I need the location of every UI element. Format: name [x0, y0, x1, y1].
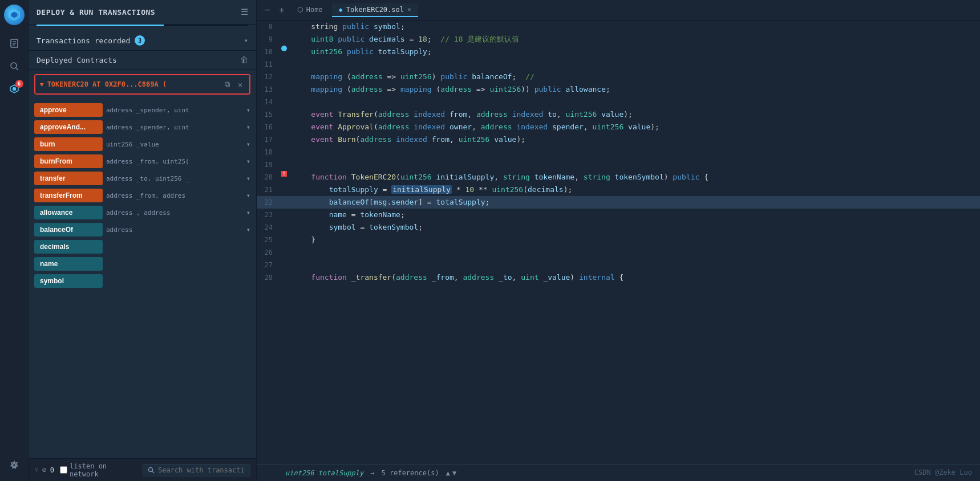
type-hint: uint256 totalSupply	[285, 469, 363, 477]
balanceof-expand[interactable]: ▾	[246, 226, 250, 234]
search-icon[interactable]	[5, 57, 23, 75]
svg-point-6	[11, 63, 17, 68]
attribution: CSDN @Zeke Luo	[914, 468, 972, 476]
listen-checkbox[interactable]: listen on network	[60, 462, 137, 478]
code-lines: 8 string public symbol; 9 uint8 public d…	[257, 21, 980, 284]
burnfrom-expand[interactable]: ▾	[246, 157, 250, 165]
balanceof-button[interactable]: balanceOf	[34, 223, 103, 237]
files-icon[interactable]	[5, 34, 23, 52]
burn-button[interactable]: burn	[34, 137, 103, 151]
transaction-count: 0	[50, 466, 54, 474]
approve-button[interactable]: approve	[34, 103, 103, 117]
code-line-8: 8 string public symbol;	[257, 21, 980, 33]
svg-line-7	[16, 68, 18, 70]
svg-marker-1	[11, 11, 18, 18]
sol-tab-close[interactable]: ✕	[407, 6, 411, 13]
contract-chevron[interactable]: ▼	[40, 81, 44, 88]
code-line-15: 15 event Transfer(address indexed from, …	[257, 108, 980, 121]
code-line-28: 28 function _transfer(address _from, add…	[257, 271, 980, 284]
search-bar-icon	[148, 467, 155, 474]
transactions-recorded-row[interactable]: Transactions recorded 3 ▾	[29, 31, 256, 50]
transfer-button[interactable]: transfer	[34, 172, 103, 185]
approveand-expand[interactable]: ▾	[246, 123, 250, 131]
approveand-params: address _spender, uint	[106, 124, 243, 131]
name-button[interactable]: name	[34, 257, 103, 271]
nav-up-arrow[interactable]: ▲	[446, 469, 450, 477]
code-line-19: 19	[257, 158, 980, 171]
menu-icon[interactable]: ☰	[241, 7, 248, 17]
balanceof-params: address	[106, 226, 243, 234]
tab-home[interactable]: ⬡ Home	[290, 3, 330, 17]
progress-bar-container	[37, 25, 248, 26]
sol-tab-label: TokenERC20.sol	[346, 6, 404, 14]
sol-tab-icon: ◆	[339, 6, 343, 14]
tab-tokenerc20[interactable]: ◆ TokenERC20.sol ✕	[332, 3, 418, 17]
code-line-11: 11	[257, 58, 980, 71]
code-line-16: 16 event Approval(address indexed owner,…	[257, 121, 980, 133]
nav-down-arrow[interactable]: ▼	[452, 469, 456, 477]
svg-point-9	[13, 464, 15, 467]
functions-area: approve address _spender, uint ▾ approve…	[29, 99, 256, 458]
zoom-in-button[interactable]: +	[276, 4, 287, 17]
deploy-icon[interactable]: 6	[5, 80, 23, 98]
listen-label: listen on network	[70, 462, 137, 478]
listen-checkbox-input[interactable]	[60, 466, 67, 474]
hover-bar: uint256 totalSupply → 5 reference(s) ▲ ▼	[257, 464, 980, 481]
transferfrom-button[interactable]: transferFrom	[34, 189, 103, 202]
svg-line-11	[152, 471, 154, 473]
code-editor[interactable]: 8 string public symbol; 9 uint8 public d…	[257, 21, 980, 464]
decimals-button[interactable]: decimals	[34, 240, 103, 254]
trash-icon[interactable]: 🗑	[240, 55, 248, 64]
approve-params: address _spender, uint	[106, 107, 243, 114]
transactions-chevron: ▾	[244, 36, 248, 44]
search-input[interactable]	[158, 466, 245, 474]
transactions-count-badge: 3	[135, 35, 145, 46]
nav-arrows[interactable]: ▲ ▼	[446, 469, 456, 477]
burn-expand[interactable]: ▾	[246, 140, 250, 148]
symbol-button[interactable]: symbol	[34, 274, 103, 288]
func-row-burnfrom: burnFrom address _from, uint25( ▾	[29, 153, 256, 170]
transfer-expand[interactable]: ▾	[246, 174, 250, 182]
func-row-name: name	[29, 255, 256, 272]
home-tab-label: Home	[306, 6, 323, 14]
allowance-button[interactable]: allowance	[34, 206, 103, 219]
icon-rail: 6	[0, 0, 29, 481]
code-line-12: 12 mapping (address => uint256) public b…	[257, 71, 980, 83]
transferfrom-params: address _from, addres	[106, 192, 243, 199]
deployed-contracts-row[interactable]: Deployed Contracts 🗑	[29, 50, 256, 70]
code-line-25: 25 }	[257, 234, 980, 246]
code-line-9: 9 uint8 public decimals = 18; // 18 是建议的…	[257, 33, 980, 46]
svg-point-8	[13, 88, 15, 91]
burnfrom-button[interactable]: burnFrom	[34, 154, 103, 168]
clock-icon: ⊘	[42, 466, 47, 474]
approveand-button[interactable]: approveAnd...	[34, 120, 103, 134]
transactions-recorded-label: Transactions recorded	[37, 36, 130, 45]
transactions-recorded-left: Transactions recorded 3	[37, 35, 145, 46]
svg-point-10	[149, 467, 153, 471]
code-line-26: 26	[257, 246, 980, 259]
left-panel: DEPLOY & RUN TRANSACTIONS ☰ Transactions…	[29, 0, 257, 481]
app-logo	[4, 5, 25, 25]
code-line-14: 14	[257, 96, 980, 108]
code-line-20: 20 ! function TokenERC20(uint256 initial…	[257, 171, 980, 184]
contract-instance: ▼ TOKENERC20 AT 0X2F0...C869A ( ⧉ ✕	[34, 74, 250, 95]
code-line-13: 13 mapping (address => mapping (address …	[257, 83, 980, 96]
bottom-bar: ⑂ ⊘ 0 listen on network	[29, 458, 256, 481]
func-row-burn: burn uint256 _value ▾	[29, 136, 256, 153]
approve-expand[interactable]: ▾	[246, 106, 250, 114]
code-line-18: 18	[257, 146, 980, 158]
transferfrom-expand[interactable]: ▾	[246, 191, 250, 199]
zoom-out-button[interactable]: −	[261, 4, 273, 17]
func-row-allowance: allowance address , address ▾	[29, 204, 256, 221]
func-row-transferfrom: transferFrom address _from, addres ▾	[29, 187, 256, 204]
code-line-22: 22 balanceOf[msg.sender] = totalSupply;	[257, 196, 980, 209]
allowance-expand[interactable]: ▾	[246, 209, 250, 217]
copy-icon[interactable]: ⧉	[222, 79, 232, 90]
bottom-bar-icons: ⑂ ⊘ 0	[34, 466, 54, 474]
settings-icon[interactable]	[5, 456, 23, 474]
progress-bar	[37, 25, 164, 26]
line-warn-20: !	[281, 171, 287, 177]
code-line-10: 10 uint256 public totalSupply;	[257, 46, 980, 58]
fork-icon: ⑂	[34, 466, 39, 474]
close-contract-icon[interactable]: ✕	[236, 79, 245, 90]
